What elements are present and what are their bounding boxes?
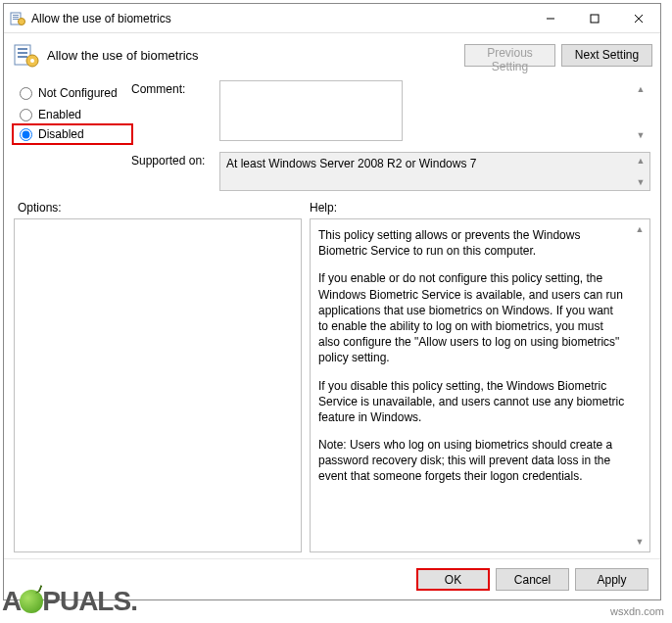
radio-disabled-input[interactable]	[20, 128, 32, 141]
options-panel	[14, 218, 302, 552]
help-paragraph: This policy setting allows or prevents t…	[318, 227, 626, 259]
comment-textarea[interactable]	[219, 80, 403, 141]
scroll-up-icon[interactable]: ▲	[633, 153, 648, 168]
panels: This policy setting allows or prevents t…	[4, 218, 660, 558]
help-paragraph: If you enable or do not configure this p…	[318, 270, 626, 365]
maximize-button[interactable]	[572, 4, 616, 32]
titlebar: Allow the use of biometrics	[4, 4, 660, 33]
svg-rect-12	[18, 56, 27, 58]
svg-rect-2	[13, 17, 19, 18]
help-panel: This policy setting allows or prevents t…	[310, 218, 650, 552]
apply-button[interactable]: Apply	[575, 568, 648, 591]
supported-row: Supported on: At least Windows Server 20…	[131, 152, 650, 191]
state-radio-group: Not Configured Enabled Disabled	[14, 80, 131, 191]
radio-disabled[interactable]: Disabled	[12, 123, 133, 145]
cancel-button[interactable]: Cancel	[496, 568, 569, 591]
watermark-source: wsxdn.com	[610, 605, 664, 617]
supported-on-box: At least Windows Server 2008 R2 or Windo…	[219, 152, 650, 191]
scroll-up-icon[interactable]: ▲	[632, 221, 648, 237]
help-label: Help:	[310, 201, 337, 215]
svg-rect-1	[13, 15, 19, 16]
radio-enabled-input[interactable]	[20, 109, 32, 121]
svg-point-4	[19, 18, 25, 24]
header: Allow the use of biometrics Previous Set…	[4, 33, 660, 76]
previous-setting-button[interactable]: Previous Setting	[464, 44, 555, 67]
radio-not-configured[interactable]: Not Configured	[14, 82, 131, 104]
comment-label: Comment:	[131, 80, 219, 144]
policy-header-icon	[12, 41, 39, 69]
header-title: Allow the use of biometrics	[47, 48, 458, 63]
close-button[interactable]	[616, 4, 660, 32]
next-setting-button[interactable]: Next Setting	[561, 44, 652, 67]
section-labels: Options: Help:	[4, 199, 660, 218]
watermark-appuals: A PUALS.	[2, 586, 137, 617]
help-paragraph: If you disable this policy setting, the …	[318, 378, 626, 426]
scroll-down-icon[interactable]: ▼	[633, 127, 648, 143]
window-buttons	[528, 4, 660, 32]
policy-icon	[10, 11, 25, 26]
radio-not-configured-input[interactable]	[20, 87, 32, 100]
svg-rect-6	[591, 15, 599, 23]
svg-point-14	[30, 59, 34, 63]
comment-row: Comment: ▲ ▼	[131, 80, 650, 144]
minimize-button[interactable]	[528, 4, 572, 32]
supported-on-value: At least Windows Server 2008 R2 or Windo…	[226, 157, 476, 170]
svg-rect-10	[18, 48, 27, 50]
help-paragraph: Note: Users who log on using biometrics …	[318, 437, 626, 485]
top-area: Not Configured Enabled Disabled Comment:…	[4, 76, 660, 199]
scroll-up-icon[interactable]: ▲	[633, 81, 648, 97]
radio-disabled-label: Disabled	[38, 127, 84, 141]
ok-button[interactable]: OK	[416, 568, 490, 591]
titlebar-title: Allow the use of biometrics	[31, 12, 528, 25]
radio-not-configured-label: Not Configured	[38, 86, 118, 100]
svg-rect-11	[18, 52, 27, 54]
policy-dialog: Allow the use of biometrics Allow the us…	[3, 3, 661, 600]
apple-icon	[20, 590, 43, 613]
scroll-down-icon[interactable]: ▼	[633, 174, 648, 190]
supported-label: Supported on:	[131, 152, 219, 191]
radio-enabled[interactable]: Enabled	[14, 104, 131, 125]
fields: Comment: ▲ ▼ Supported on: At least Wind…	[131, 80, 650, 191]
scroll-down-icon[interactable]: ▼	[632, 534, 648, 550]
radio-enabled-label: Enabled	[38, 108, 81, 121]
options-label: Options:	[18, 201, 310, 215]
svg-rect-3	[13, 19, 19, 20]
